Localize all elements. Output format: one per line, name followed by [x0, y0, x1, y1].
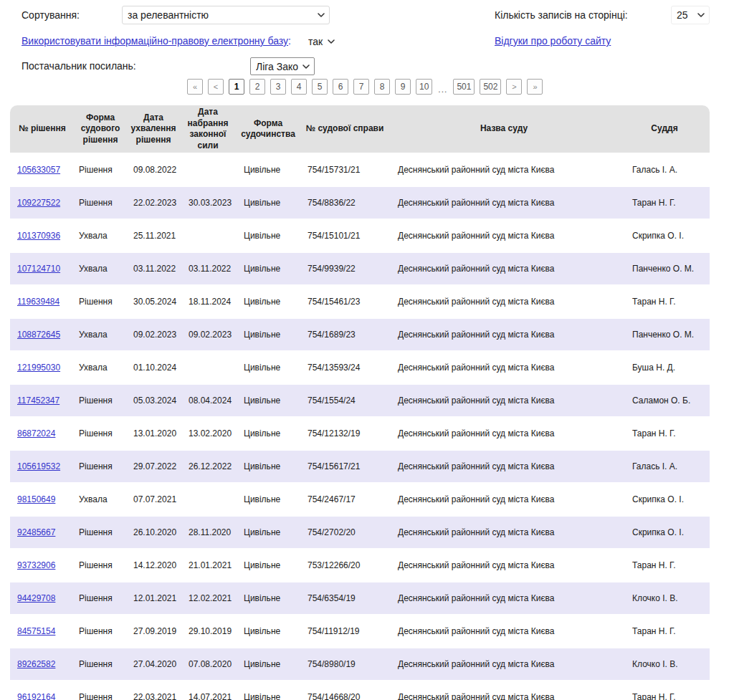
decision-date-cell: 22.03.2021: [126, 681, 181, 700]
sort-select[interactable]: за релевантністю: [123, 6, 329, 24]
records-per-page-select[interactable]: 25: [672, 6, 709, 24]
proceeding-form-cell: Цивільне: [235, 451, 301, 482]
proceeding-form-cell: Цивільне: [235, 187, 301, 219]
decision-date-cell: 01.10.2024: [126, 352, 181, 383]
proceeding-form-cell: Цивільне: [235, 582, 301, 614]
page-button-2[interactable]: 2: [249, 79, 265, 95]
decision-date-cell: 27.04.2020: [126, 648, 181, 680]
case-number-cell: 754/2467/17: [301, 484, 389, 515]
decision-link[interactable]: 96192164: [17, 692, 55, 700]
decision-link[interactable]: 109227522: [17, 198, 60, 208]
decision-link[interactable]: 119639484: [17, 297, 59, 307]
legal-force-date-cell: 29.10.2019: [181, 615, 235, 647]
table-row: 98150649Ухвала07.07.2021Цивільне754/2467…: [10, 484, 710, 515]
decision-link[interactable]: 92485667: [17, 527, 55, 537]
judge-name-cell: Панченко О. М.: [619, 253, 710, 284]
court-name-cell: Деснянський районний суд міста Києва: [389, 648, 619, 680]
legal-force-date-cell: [181, 154, 235, 186]
decision-link[interactable]: 98150649: [17, 494, 55, 504]
column-header-decision-date: Дата ухвалення рішення: [126, 105, 181, 153]
column-header-case-number: № судової справи: [301, 105, 389, 153]
proceeding-form-cell: Цивільне: [235, 648, 301, 680]
table-row: 94429708Рішення12.01.202112.02.2021Цивіл…: [10, 582, 710, 614]
legal-force-date-cell: 30.03.2023: [181, 187, 235, 219]
case-number-cell: 754/1689/23: [301, 319, 389, 350]
page-button-7[interactable]: 7: [353, 79, 369, 95]
table-row: 86872024Рішення13.01.202013.02.2020Цивіл…: [10, 418, 710, 449]
proceeding-form-cell: Цивільне: [235, 615, 301, 647]
decision-form-cell: Рішення: [75, 451, 126, 482]
table-body: 105633057Рішення09.08.2022Цивільне754/15…: [10, 154, 710, 700]
proceeding-form-cell: Цивільне: [235, 418, 301, 449]
decision-link[interactable]: 105633057: [17, 165, 60, 175]
legal-force-date-cell: 21.01.2021: [181, 550, 235, 581]
page-button-9[interactable]: 9: [395, 79, 411, 95]
decision-form-cell: Ухвала: [75, 253, 126, 284]
prev-page-button[interactable]: <: [208, 79, 224, 95]
decision-link[interactable]: 117452347: [17, 395, 59, 406]
link-provider-select[interactable]: Ліга Закон: [251, 58, 314, 75]
judge-name-cell: Таран Н. Г.: [619, 418, 710, 449]
court-name-cell: Деснянський районний суд міста Києва: [389, 582, 619, 614]
decision-link[interactable]: 105619532: [17, 461, 60, 471]
case-number-cell: 754/12132/19: [301, 418, 389, 449]
court-name-cell: Деснянський районний суд міста Києва: [389, 615, 619, 647]
judge-name-cell: Таран Н. Г.: [619, 187, 710, 219]
page-button-1[interactable]: 1: [229, 79, 244, 95]
legal-force-date-cell: [181, 484, 235, 515]
decision-link[interactable]: 108872645: [17, 330, 60, 340]
page-button-10[interactable]: 10: [416, 79, 432, 95]
case-number-cell: 754/9939/22: [301, 253, 389, 284]
table-row: 92485667Рішення26.10.202028.11.2020Цивіл…: [10, 517, 710, 548]
decision-form-cell: Рішення: [75, 418, 126, 449]
judge-name-cell: Скрипка О. І.: [619, 220, 710, 251]
judge-name-cell: Саламон О. Б.: [619, 385, 710, 416]
case-number-cell: 754/2702/20: [301, 517, 389, 548]
decision-id-cell: 107124710: [10, 253, 75, 284]
case-number-cell: 754/14668/20: [301, 681, 389, 700]
column-header-decision-id: № рішення: [10, 105, 75, 153]
last-page-button[interactable]: »: [527, 79, 543, 95]
page-button-3[interactable]: 3: [270, 79, 286, 95]
table-row: 93732906Рішення14.12.202021.01.2021Цивіл…: [10, 550, 710, 581]
legal-db-select[interactable]: так: [303, 33, 339, 50]
table-row: 105633057Рішення09.08.2022Цивільне754/15…: [10, 154, 710, 186]
decision-link[interactable]: 107124710: [17, 264, 60, 274]
legal-force-date-cell: 28.11.2020: [181, 517, 235, 548]
decision-link[interactable]: 93732906: [17, 560, 55, 570]
case-number-cell: 753/12266/20: [301, 550, 389, 581]
page-button-4[interactable]: 4: [291, 79, 307, 95]
page-button-6[interactable]: 6: [333, 79, 348, 95]
proceeding-form-cell: Цивільне: [235, 681, 301, 700]
decision-id-cell: 101370936: [10, 220, 75, 251]
judge-name-cell: Клочко І. В.: [619, 582, 710, 614]
decision-link[interactable]: 84575154: [17, 626, 55, 636]
legal-db-link[interactable]: Використовувати інформаційно-правову еле…: [22, 35, 288, 47]
proceeding-form-cell: Цивільне: [235, 253, 301, 284]
feedback-link[interactable]: Відгуки про роботу сайту: [495, 35, 611, 47]
court-name-cell: Деснянський районний суд міста Києва: [389, 550, 619, 581]
first-page-button[interactable]: «: [187, 79, 203, 95]
pagination-ellipsis: ...: [437, 79, 448, 95]
decision-link[interactable]: 89262582: [17, 659, 55, 669]
decision-form-cell: Рішення: [75, 286, 126, 317]
decision-link[interactable]: 101370936: [17, 231, 60, 241]
case-number-cell: 754/15731/21: [301, 154, 389, 186]
decision-form-cell: Рішення: [75, 615, 126, 647]
page-button-501[interactable]: 501: [453, 79, 475, 95]
case-number-cell: 754/15461/23: [301, 286, 389, 317]
court-name-cell: Деснянський районний суд міста Києва: [389, 286, 619, 317]
page-button-5[interactable]: 5: [312, 79, 328, 95]
page-button-502[interactable]: 502: [480, 79, 501, 95]
decision-link[interactable]: 121995030: [17, 363, 60, 373]
decision-id-cell: 119639484: [10, 286, 75, 317]
page-button-8[interactable]: 8: [374, 79, 390, 95]
decision-link[interactable]: 94429708: [17, 593, 55, 603]
next-page-button[interactable]: >: [506, 79, 522, 95]
proceeding-form-cell: Цивільне: [235, 550, 301, 581]
decision-date-cell: 09.02.2023: [126, 319, 181, 350]
legal-force-date-cell: 07.08.2020: [181, 648, 235, 680]
decision-link[interactable]: 86872024: [17, 428, 55, 438]
decision-date-cell: 14.12.2020: [126, 550, 181, 581]
judge-name-cell: Панченко О. М.: [619, 319, 710, 350]
